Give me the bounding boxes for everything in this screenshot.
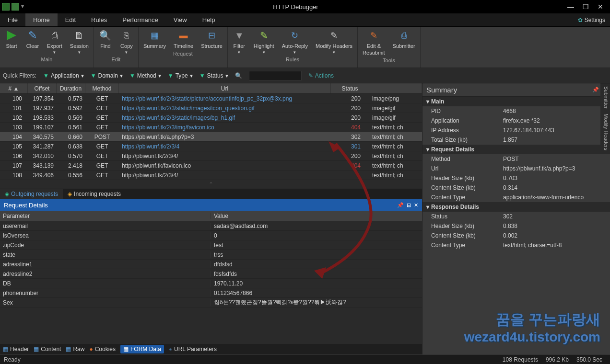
filter-method[interactable]: ▼Method▾ [129,72,161,79]
col-type[interactable] [369,83,422,93]
tab-formdata[interactable]: ▦FORM Data [120,345,164,353]
actions-button[interactable]: ✎Actions [308,72,334,79]
search-icon[interactable]: 🔍 [235,72,242,79]
menu-edit[interactable]: Edit [58,13,83,26]
detail-row[interactable]: zipCodetest [0,240,422,250]
editresubmit-button[interactable]: ✎Edit &Resubmit [361,28,387,57]
quick-filters-label: Quick Filters: [3,72,36,79]
session-button[interactable]: 🗎Session▾ [68,28,91,56]
col-num[interactable]: # ▲ [0,83,28,93]
export-button[interactable]: ⎙Export▾ [45,28,64,56]
col-offset[interactable]: Offset [28,83,57,93]
menu-file[interactable]: File [0,13,25,26]
summary-row-main: Total Size (kb)1.857 [422,135,610,145]
tab-content[interactable]: ▦Content [34,346,61,353]
filter-method-label: Method [137,72,156,79]
detail-row[interactable]: adressline1dfdsfsd [0,260,422,269]
col-status[interactable]: Status [331,83,369,93]
menu-rules[interactable]: Rules [83,13,115,26]
table-row[interactable]: 108349.4060.556GEThttp://pbiwunf.tk/2/3/… [0,171,422,180]
pin-icon[interactable]: 📌 [592,87,599,93]
panel-close-icon[interactable]: ✕ [414,202,418,208]
tab-raw[interactable]: ▦Raw [66,346,84,353]
table-row[interactable]: 107343.1392.418GEThttp://pbiwunf.tk/favi… [0,161,422,171]
scroll-indicator[interactable]: ⌃ [0,180,422,189]
menu-help[interactable]: Help [195,13,223,26]
table-row[interactable]: 102198.5330.569GEThttps://pbiwunf.tk/2/3… [0,113,422,123]
pin-icon[interactable]: 📌 [397,202,404,208]
request-details-body[interactable]: useremailsadas@asdfasd.comisOversea0zipC… [0,221,422,344]
filter-application-label: Application [51,72,79,79]
find-icon: 🔍 [99,29,112,42]
maximize-button[interactable]: ❐ [583,3,589,11]
highlight-button[interactable]: ✎Highlight▾ [252,28,276,56]
detail-row[interactable]: statetrss [0,250,422,260]
summary-button[interactable]: ▦Summary [141,28,168,50]
detail-row[interactable]: isOversea0 [0,231,422,240]
col-url[interactable]: Url [119,83,331,93]
submitter-button[interactable]: ⎙Submitter [391,28,417,57]
clear-button[interactable]: ✎Clear [24,28,41,56]
menu-home[interactable]: Home [25,13,58,26]
filter-type[interactable]: ▼Type▾ [168,72,193,79]
tab-outgoing[interactable]: ◈Outgoing requests [0,189,63,199]
table-row[interactable]: 104340.5750.660POSThttps://pbiwunf.tk/a.… [0,132,422,142]
modifyheaders-button[interactable]: ✎Modify Headers▾ [314,28,354,56]
sidetab-submitter[interactable]: Submitter [601,86,609,109]
timeline-button[interactable]: ▬Timeline [172,28,195,50]
detail-row[interactable]: useremailsadas@asdfasd.com [0,221,422,231]
table-row[interactable]: 106342.0100.570GEThttp://pbiwunf.tk/2/3/… [0,151,422,161]
status-bar: Ready 108 Requests 996.2 Kb 350.0 Sec [0,354,610,364]
detail-row[interactable]: adressline2fdsfsdfds [0,269,422,279]
section-main[interactable]: ▾Main [422,97,610,106]
table-row[interactable]: 105341.2870.638GEThttps://pbiwunf.tk/2/3… [0,142,422,151]
request-details-title: Request Details [4,202,48,209]
summary-row-resp: Status302 [422,212,610,221]
app-icon-2 [12,3,19,11]
menu-view[interactable]: View [166,13,195,26]
request-grid[interactable]: 100197.3540.573GEThttps://pbiwunf.tk/2/3… [0,94,422,180]
copy-button[interactable]: ⎘Copy▾ [118,28,135,56]
table-row[interactable]: 100197.3540.573GEThttps://pbiwunf.tk/2/3… [0,94,422,103]
section-request[interactable]: ▾Request Details [422,145,610,154]
structure-button[interactable]: ⊟Structure [199,28,224,50]
tab-incoming[interactable]: ◈Incoming requests [63,189,126,199]
detail-row[interactable]: DB1970.11.20 [0,279,422,288]
autoreply-button[interactable]: ↻Auto-Reply▾ [280,28,310,56]
find-button[interactable]: 🔍Find [97,28,114,56]
detail-header: Parameter Value [0,211,422,221]
filter-button[interactable]: ▼Filter▾ [231,28,248,56]
search-input[interactable] [249,71,302,80]
tab-cookies[interactable]: ●Cookies [89,346,116,353]
col-duration[interactable]: Duration [57,83,85,93]
sidetab-modifyheaders[interactable]: Modify Headers [601,114,609,150]
col-value[interactable]: Value [211,213,231,219]
detail-row[interactable]: phonenumber011234567866 [0,288,422,298]
table-row[interactable]: 103199.1070.561GEThttps://pbiwunf.tk/2/3… [0,123,422,132]
tab-header[interactable]: ▦Header [3,346,29,353]
dock-icon[interactable]: ⊟ [407,202,411,208]
close-button[interactable]: ✕ [598,3,603,11]
copy-icon: ⎘ [120,29,133,42]
filter-domain[interactable]: ▼Domain▾ [91,72,123,79]
menubar: File Home Edit Rules Performance View He… [0,13,610,27]
highlight-label: Highlight [254,43,274,49]
settings-button[interactable]: ✿ Settings [573,13,610,26]
col-parameter[interactable]: Parameter [0,213,211,219]
tab-incoming-label: Incoming requests [74,191,121,197]
filter-type-label: Type [176,72,188,79]
section-response[interactable]: ▾Response Details [422,202,610,212]
col-method[interactable]: Method [85,83,119,93]
titlebar: ▾ HTTP Debugger — ❐ ✕ [0,0,610,13]
detail-row[interactable]: Sex쎫δ톤??퐨쬤곤곙?똘꿜?쀡겱?ε뫛?낄??뭒▶沃똬겮? [0,298,422,307]
start-button[interactable]: Start [3,28,20,56]
table-row[interactable]: 101197.9370.592GEThttps://pbiwunf.tk/2/3… [0,103,422,113]
filter-application[interactable]: ▼Application▾ [43,72,84,79]
summary-row-req: Header Size (kb)0.703 [422,173,610,183]
tab-urlparams[interactable]: ⟐URL Parameters [169,346,217,353]
minimize-button[interactable]: — [567,3,574,11]
filter-status[interactable]: ▼Status▾ [199,72,228,79]
request-details-header: Request Details 📌 ⊟ ✕ [0,199,422,211]
menu-performance[interactable]: Performance [115,13,165,26]
clear-label: Clear [26,43,39,49]
